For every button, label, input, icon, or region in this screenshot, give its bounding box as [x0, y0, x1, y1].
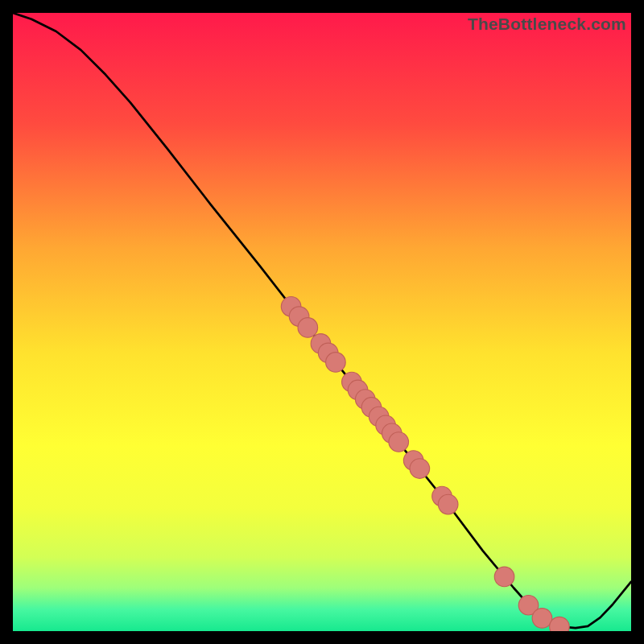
watermark-text: TheBottleneck.com [468, 14, 626, 34]
data-dot [532, 609, 552, 629]
data-dot [494, 567, 514, 587]
plot-area: TheBottleneck.com [13, 13, 631, 631]
data-dot [438, 494, 458, 514]
data-dot [389, 432, 409, 452]
data-dot [410, 459, 430, 479]
data-dot [298, 318, 318, 338]
chart-stage: TheBottleneck.com [0, 0, 644, 644]
gradient-background [13, 13, 631, 631]
chart-svg [13, 13, 631, 631]
data-dot [326, 353, 346, 373]
